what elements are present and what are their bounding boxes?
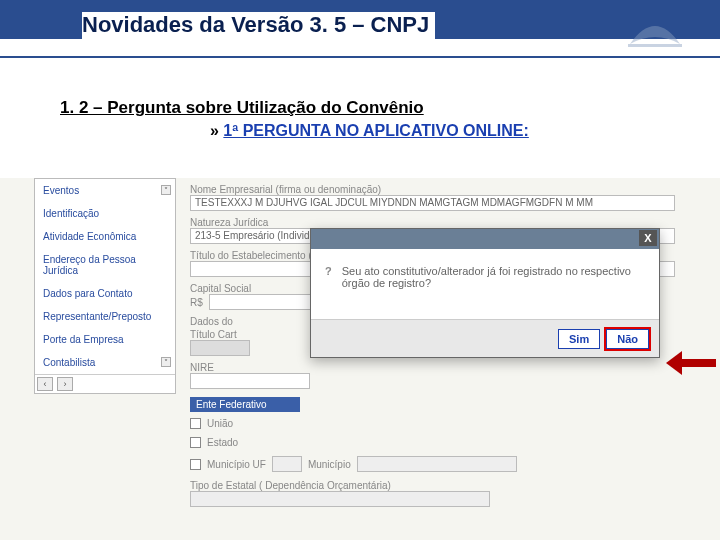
section-sub: » 1ª PERGUNTA NO APLICATIVO ONLINE: xyxy=(210,122,670,140)
dialog-body: ? Seu ato constitutivo/alterador já foi … xyxy=(311,249,659,319)
titulo-cart-field[interactable] xyxy=(190,340,250,356)
sidebar-item-label: Representante/Preposto xyxy=(43,311,151,322)
ente-federativo-header: Ente Federativo xyxy=(190,397,300,412)
nome-label: Nome Empresarial (firma ou denominação) xyxy=(190,184,700,195)
section-sub-text: 1ª PERGUNTA NO APLICATIVO ONLINE: xyxy=(223,122,528,139)
sidebar-item-contabilista[interactable]: Contabilista ˅ xyxy=(35,351,175,374)
yes-button[interactable]: Sim xyxy=(558,329,600,349)
municipio-field[interactable] xyxy=(357,456,517,472)
confirm-dialog: X ? Seu ato constitutivo/alterador já fo… xyxy=(310,228,660,358)
chevron-down-icon: ˅ xyxy=(161,357,171,367)
uniao-label: União xyxy=(207,418,233,429)
section-heading: 1. 2 – Pergunta sobre Utilização do Conv… xyxy=(60,98,670,118)
svg-rect-0 xyxy=(628,44,682,47)
natureza-label: Natureza Jurídica xyxy=(190,217,700,228)
uniao-checkbox[interactable] xyxy=(190,418,201,429)
municipio-uf-label: Município UF xyxy=(207,459,266,470)
sidebar-item-label: Dados para Contato xyxy=(43,288,133,299)
sidebar-item-porte[interactable]: Porte da Empresa xyxy=(35,328,175,351)
sidebar-item-representante[interactable]: Representante/Preposto xyxy=(35,305,175,328)
tipo-estatal-field[interactable] xyxy=(190,491,490,507)
bullet: » xyxy=(210,122,219,139)
municipio-checkbox[interactable] xyxy=(190,459,201,470)
tipo-estatal-label: Tipo de Estatal ( Dependência Orçamentár… xyxy=(190,480,700,491)
sidebar-item-endereco[interactable]: Endereço da Pessoa Jurídica xyxy=(35,248,175,282)
no-button[interactable]: Não xyxy=(606,329,649,349)
sidebar-item-eventos[interactable]: Eventos ˅ xyxy=(35,179,175,202)
estado-label: Estado xyxy=(207,437,238,448)
sidebar-item-label: Contabilista xyxy=(43,357,95,368)
capital-prefix: R$ xyxy=(190,297,203,308)
uf-field[interactable] xyxy=(272,456,302,472)
question-icon: ? xyxy=(325,265,332,307)
sidebar-item-label: Endereço da Pessoa Jurídica xyxy=(43,254,136,276)
sidebar-item-identificacao[interactable]: Identificação xyxy=(35,202,175,225)
header-banner: Novidades da Versão 3. 5 – CNPJ xyxy=(0,0,720,58)
brand-logo xyxy=(620,8,690,52)
nome-field[interactable]: TESTEXXXJ M DJUHVG IGAL JDCUL MIYDNDN MA… xyxy=(190,195,675,211)
page-title: Novidades da Versão 3. 5 – CNPJ xyxy=(82,12,435,42)
nire-label: NIRE xyxy=(190,362,700,373)
chevron-down-icon: ˅ xyxy=(161,185,171,195)
dialog-text: Seu ato constitutivo/alterador já foi re… xyxy=(342,265,645,307)
sidebar-item-atividade[interactable]: Atividade Econômica xyxy=(35,225,175,248)
dialog-actions: Sim Não xyxy=(311,319,659,357)
close-icon[interactable]: X xyxy=(639,230,657,246)
sidebar: Eventos ˅ Identificação Atividade Econôm… xyxy=(34,178,176,394)
municipio-label: Município xyxy=(308,459,351,470)
nav-next-button[interactable]: › xyxy=(57,377,73,391)
estado-checkbox[interactable] xyxy=(190,437,201,448)
sidebar-item-label: Eventos xyxy=(43,185,79,196)
sidebar-item-dados-contato[interactable]: Dados para Contato xyxy=(35,282,175,305)
nire-field[interactable] xyxy=(190,373,310,389)
dialog-titlebar: X xyxy=(311,229,659,249)
sidebar-nav: ‹ › xyxy=(35,374,175,393)
section-heading-block: 1. 2 – Pergunta sobre Utilização do Conv… xyxy=(0,58,720,150)
nav-prev-button[interactable]: ‹ xyxy=(37,377,53,391)
sidebar-item-label: Identificação xyxy=(43,208,99,219)
sidebar-item-label: Atividade Econômica xyxy=(43,231,136,242)
sidebar-item-label: Porte da Empresa xyxy=(43,334,124,345)
callout-arrow-icon xyxy=(666,350,716,376)
